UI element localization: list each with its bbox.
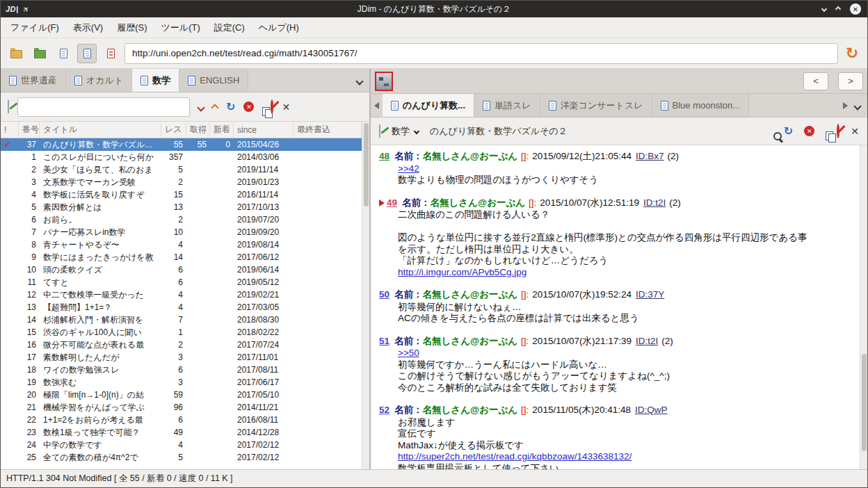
thread-list-row[interactable]: 20 極限「lim[n→1-0](n)」の結 59 2017/05/10 bbox=[1, 389, 362, 401]
board-tab[interactable]: オカルト bbox=[66, 69, 132, 92]
col-header-mark[interactable]: ! bbox=[1, 122, 19, 138]
post-number-link[interactable]: 48 bbox=[379, 151, 389, 161]
menu-item[interactable]: 表示(V) bbox=[66, 18, 110, 38]
thread-list-row[interactable]: 13 【超難問】1+1=？ 4 2017/03/05 bbox=[1, 301, 362, 314]
thread-list-row[interactable]: 16 微分不可能な点が表れる最 2 2017/07/24 bbox=[1, 339, 362, 351]
close-board-button[interactable]: ✕ bbox=[282, 101, 290, 113]
col-header-since[interactable]: since bbox=[234, 122, 294, 138]
board-tab[interactable]: ENGLISH bbox=[179, 69, 248, 92]
thread-view-button[interactable] bbox=[77, 44, 97, 63]
thread-list-row[interactable]: 24 中学の数学です 4 2017/02/12 bbox=[1, 439, 362, 451]
menu-item[interactable]: ファイル(F) bbox=[3, 18, 66, 38]
thread-list-row[interactable]: 4 数学板に活気を取り戻すぞ 15 2016/11/14 bbox=[1, 188, 362, 201]
row-title: バナー応募スレin数学 bbox=[40, 227, 161, 238]
col-header-number[interactable]: 番号 bbox=[19, 122, 40, 138]
favorites-button[interactable] bbox=[30, 44, 49, 63]
row-since-date: 2017/06/17 bbox=[234, 377, 294, 387]
thread-list-row[interactable]: 11 てすと 6 2019/05/12 bbox=[1, 276, 362, 288]
thread-tab[interactable]: Blue moonston... bbox=[652, 94, 750, 117]
row-title: のんびり算数・数学パズルその bbox=[40, 139, 161, 151]
col-header-title[interactable]: タイトル bbox=[40, 122, 161, 138]
tab-scroll-left-button[interactable] bbox=[371, 94, 383, 117]
search-down-button[interactable] bbox=[198, 101, 204, 113]
new-thread-button[interactable] bbox=[8, 101, 9, 113]
reload-url-button[interactable]: ↻ bbox=[842, 44, 862, 63]
thread-scrollbar[interactable] bbox=[860, 145, 867, 469]
thread-tab-active[interactable]: のんびり算数... bbox=[383, 94, 474, 117]
post-link[interactable]: http://super2ch.net/test/read.cgi/kqbbzo… bbox=[398, 451, 851, 463]
thread-list-row[interactable]: 7 バナー応募スレin数学 10 2019/09/20 bbox=[1, 226, 362, 238]
abone-thread-button[interactable] bbox=[837, 125, 839, 138]
thread-list-row[interactable]: 21 機械学習をがんばって学ぶ 96 2014/11/21 bbox=[1, 401, 362, 414]
col-header-res[interactable]: レス bbox=[161, 122, 186, 138]
thread-list-row[interactable]: 3 文系数学でマーカン受験 2 2019/01/23 bbox=[1, 176, 362, 188]
thread-list-row[interactable]: 15 渋谷のギャル100人に聞い 1 2018/02/22 bbox=[1, 326, 362, 339]
board-view-button[interactable] bbox=[54, 44, 73, 63]
write-post-button[interactable] bbox=[379, 125, 380, 138]
reload-board-button[interactable]: ↻ bbox=[226, 101, 235, 113]
stop-load-button[interactable]: ✕ bbox=[243, 101, 254, 112]
thread-list-row[interactable]: 22 1+1=2をお前らが考える最 6 2016/08/11 bbox=[1, 414, 362, 426]
post-link[interactable]: http://i.imgur.com/APvb5Cg.jpg bbox=[398, 267, 851, 279]
thread-tab[interactable]: 洋楽コンサートスレ bbox=[540, 94, 652, 117]
col-header-lastwrite[interactable]: 最終書込 bbox=[294, 122, 362, 138]
board-scrollbar-thumb[interactable] bbox=[364, 123, 369, 206]
menu-item[interactable]: ヘルプ(H) bbox=[252, 18, 306, 38]
post-link[interactable]: >>50 bbox=[398, 348, 851, 359]
post-number-link[interactable]: 49 bbox=[387, 197, 397, 208]
document-icon bbox=[83, 49, 91, 58]
post-number-link[interactable]: 50 bbox=[379, 289, 389, 300]
board-tab-active[interactable]: 数学 bbox=[132, 69, 179, 92]
abone-button[interactable] bbox=[271, 101, 273, 113]
thread-list-row[interactable]: 2 美少女「ほら見て、私のおま 5 2019/11/14 bbox=[1, 163, 362, 176]
close-thread-button[interactable]: ✕ bbox=[851, 125, 859, 138]
maximize-button[interactable] bbox=[836, 7, 840, 11]
post-number-link[interactable]: 51 bbox=[379, 336, 389, 346]
thread-list-row[interactable]: 5 素因数分解とは 13 2017/10/13 bbox=[1, 201, 362, 213]
thread-list-row[interactable]: 12 中二で数検準一級受かった 4 2019/02/21 bbox=[1, 288, 362, 301]
minimize-button[interactable] bbox=[822, 7, 826, 11]
write-pencil-icon bbox=[8, 100, 9, 113]
thread-tab[interactable]: 単語スレ bbox=[474, 94, 540, 117]
thread-list-row[interactable]: 17 素数解明したんだが 3 2017/11/01 bbox=[1, 351, 362, 364]
col-header-new[interactable]: 新着 bbox=[210, 122, 234, 138]
url-input[interactable] bbox=[124, 43, 838, 64]
row-res-count: 1 bbox=[161, 327, 186, 337]
thread-list-row[interactable]: 9 数学にはまったきっかけを教 14 2017/06/12 bbox=[1, 251, 362, 263]
thread-list-row[interactable]: 14 杉浦解析入門・解析演習を 7 2018/08/30 bbox=[1, 314, 362, 326]
row-res-count: 6 bbox=[161, 365, 186, 375]
thread-list-row[interactable]: 23 数検1級って独学で可能？ 49 2014/12/28 bbox=[1, 426, 362, 439]
board-scrollbar[interactable] bbox=[362, 122, 369, 469]
tab-scroll-right-button[interactable] bbox=[843, 99, 848, 112]
menu-item[interactable]: 設定(C) bbox=[207, 18, 252, 38]
col-header-got[interactable]: 取得 bbox=[186, 122, 210, 138]
thread-tab-menu-button[interactable] bbox=[855, 99, 860, 112]
menu-item[interactable]: 履歴(S) bbox=[110, 18, 154, 38]
search-up-button[interactable] bbox=[212, 101, 218, 113]
image-tab-icon[interactable] bbox=[375, 72, 393, 91]
next-view-button[interactable]: > bbox=[838, 72, 863, 90]
menu-item[interactable]: ツール(T) bbox=[154, 18, 207, 38]
post-number-link[interactable]: 52 bbox=[379, 405, 389, 415]
thread-list-row[interactable]: 10 頭の柔軟クイズ 6 2019/06/14 bbox=[1, 263, 362, 276]
board-tab-menu-button[interactable] bbox=[357, 74, 362, 87]
row-number: 18 bbox=[19, 365, 40, 375]
thread-list-row[interactable]: 25 全ての素数の積が4π^2で 5 2017/02/12 bbox=[1, 451, 362, 464]
thread-list-row[interactable]: 1 このスレが目についたら何か 357 2014/03/06 bbox=[1, 151, 362, 163]
image-view-button[interactable] bbox=[101, 44, 120, 63]
close-window-button[interactable]: ✕ bbox=[850, 3, 861, 15]
thread-scrollbar-thumb[interactable] bbox=[862, 354, 867, 451]
thread-list-row[interactable]: ✔ 37 のんびり算数・数学パズルその 55 55 0 2015/04/26 bbox=[1, 138, 362, 151]
board-select-dropdown[interactable]: 数学 bbox=[389, 122, 421, 140]
thread-search-input[interactable] bbox=[17, 97, 190, 117]
thread-list-row[interactable]: 18 ワイの数学勉強スレ 6 2017/08/11 bbox=[1, 364, 362, 376]
bbs-list-button[interactable] bbox=[6, 44, 26, 63]
prev-view-button[interactable]: < bbox=[803, 72, 828, 90]
thread-list-row[interactable]: 19 数強求む 3 2017/06/17 bbox=[1, 376, 362, 389]
thread-list-row[interactable]: 8 青チャートやるぞ〜 4 2019/08/14 bbox=[1, 238, 362, 251]
thread-list-row[interactable]: 6 お前ら。 2 2019/07/20 bbox=[1, 213, 362, 226]
board-tab[interactable]: 世界遺産 bbox=[1, 69, 66, 92]
post-link[interactable]: >>42 bbox=[398, 163, 851, 175]
stop-thread-button[interactable]: ✕ bbox=[804, 126, 814, 136]
reload-thread-button[interactable]: ↻ bbox=[784, 125, 793, 138]
